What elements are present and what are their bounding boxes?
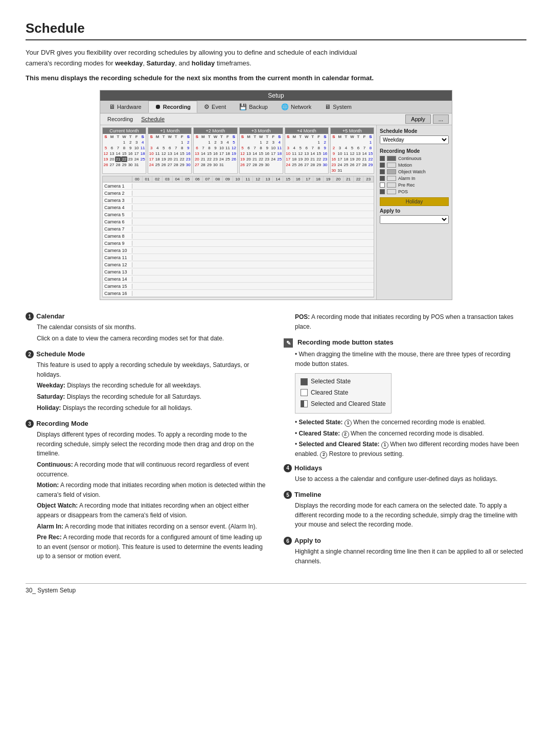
d-5[interactable]: 2 <box>127 140 133 145</box>
camera-row-9[interactable]: Camera 9 <box>103 240 374 247</box>
camera-row-3[interactable]: Camera 3 <box>103 197 374 204</box>
d-2[interactable] <box>109 140 115 145</box>
apply-button[interactable]: Apply <box>405 114 431 124</box>
camera-row-8[interactable]: Camera 8 <box>103 233 374 240</box>
d-35[interactable] <box>140 162 146 168</box>
camera-5-timeline[interactable] <box>132 211 374 218</box>
d-10[interactable]: 7 <box>115 145 121 151</box>
camera-row-15[interactable]: Camera 15 <box>103 283 374 290</box>
camera-3-timeline[interactable] <box>132 197 374 203</box>
camera-2-timeline[interactable] <box>132 190 374 196</box>
object-watch-checkbox[interactable] <box>380 169 385 174</box>
d-21[interactable]: 18 <box>140 151 146 156</box>
camera-16-timeline[interactable] <box>132 290 374 296</box>
hour-08: 08 <box>213 176 223 182</box>
d-34[interactable]: 31 <box>133 162 140 168</box>
camera-13-timeline[interactable] <box>132 268 374 275</box>
d-29[interactable]: 26 <box>103 162 109 168</box>
camera-row-6[interactable]: Camera 6 <box>103 218 374 225</box>
motion-checkbox[interactable] <box>380 163 385 168</box>
d-28[interactable]: 25 <box>140 156 146 162</box>
camera-14-timeline[interactable] <box>132 276 374 282</box>
d-22[interactable]: 19 <box>103 156 109 162</box>
camera-row-2[interactable]: Camera 2 <box>103 190 374 197</box>
camera-12-timeline[interactable] <box>132 261 374 268</box>
d-25-selected[interactable]: 22 <box>121 156 127 162</box>
apply-to-select[interactable]: All Channels Selected Channel <box>380 215 449 224</box>
tab-recording[interactable]: ⏺ Recording <box>148 101 197 113</box>
camera-1-timeline[interactable] <box>132 182 374 189</box>
camera-6-timeline[interactable] <box>132 218 374 225</box>
d-1[interactable] <box>103 140 109 145</box>
d-27[interactable]: 24 <box>133 156 140 162</box>
calendar-6[interactable]: +5 Month SMTWTFS 1 2345678 9101112131415… <box>330 127 374 174</box>
camera-row-10[interactable]: Camera 10 <box>103 247 374 254</box>
d-15[interactable]: 12 <box>103 151 109 156</box>
pos-checkbox[interactable] <box>380 189 385 194</box>
d-18[interactable]: 15 <box>121 151 127 156</box>
calendar-1[interactable]: Current Month S M T W T F S 1234 5678910… <box>102 127 146 174</box>
recording-mode-heading: 3 Recording Mode <box>26 420 268 428</box>
d-20[interactable]: 17 <box>133 151 140 156</box>
holiday-button[interactable]: Holiday <box>380 197 449 206</box>
camera-row-12[interactable]: Camera 12 <box>103 261 374 268</box>
d-3[interactable] <box>115 140 121 145</box>
d-24-selected[interactable]: 21 <box>115 156 121 162</box>
calendar-5[interactable]: +4 Month SMTWTFS 12 3456789 101112131415… <box>285 127 329 174</box>
camera-row-11[interactable]: Camera 11 <box>103 254 374 261</box>
tab-hardware[interactable]: 🖥 Hardware <box>102 101 148 113</box>
rec-states-title: Recording mode button states <box>297 338 394 346</box>
d-23[interactable]: 20 <box>109 156 115 162</box>
d-33[interactable]: 30 <box>127 162 133 168</box>
d-17[interactable]: 14 <box>115 151 121 156</box>
camera-15-timeline[interactable] <box>132 283 374 289</box>
schedule-mode-select[interactable]: Weekday Saturday Holiday <box>380 135 449 144</box>
right-column: POS: A recording mode that initiates rec… <box>284 312 526 573</box>
camera-8-timeline[interactable] <box>132 233 374 239</box>
camera-row-1[interactable]: Camera 1 <box>103 182 374 190</box>
d-6[interactable]: 3 <box>133 140 140 145</box>
d-14[interactable]: 11 <box>140 145 146 151</box>
d-19[interactable]: 16 <box>127 151 133 156</box>
continuous-checkbox[interactable] <box>380 156 385 161</box>
d-7[interactable]: 4 <box>140 140 146 145</box>
camera-10-timeline[interactable] <box>132 247 374 254</box>
calendar-3[interactable]: +2 Month SMTWTFS 12345 6789101112 131415… <box>193 127 237 174</box>
camera-row-4[interactable]: Camera 4 <box>103 204 374 211</box>
camera-row-13[interactable]: Camera 13 <box>103 268 374 276</box>
d-16[interactable]: 13 <box>109 151 115 156</box>
sub-tab-recording[interactable]: Recording <box>103 115 137 123</box>
camera-9-timeline[interactable] <box>132 240 374 246</box>
d-32[interactable]: 29 <box>121 162 127 168</box>
d-12[interactable]: 9 <box>127 145 133 151</box>
schedule-mode-desc: This feature is used to apply a recordin… <box>37 360 268 379</box>
camera-4-timeline[interactable] <box>132 204 374 211</box>
calendar-4[interactable]: +3 Month SMTWTFS 1234 567891011 12131415… <box>239 127 283 174</box>
alarm-in-checkbox[interactable] <box>380 176 385 181</box>
camera-row-16[interactable]: Camera 16 <box>103 290 374 297</box>
d-31[interactable]: 28 <box>115 162 121 168</box>
d-30[interactable]: 27 <box>109 162 115 168</box>
camera-11-timeline[interactable] <box>132 254 374 261</box>
pre-rec-checkbox[interactable] <box>380 182 385 188</box>
tab-network[interactable]: 🌐 Network <box>274 101 318 113</box>
schedule-mode-sec-title: Schedule Mode <box>36 350 85 358</box>
camera-7-timeline[interactable] <box>132 225 374 232</box>
d-8[interactable]: 5 <box>103 145 109 151</box>
calendar-2[interactable]: +1 Month SMTWTFS 12 3456789 101112131415… <box>148 127 192 174</box>
camera-row-14[interactable]: Camera 14 <box>103 276 374 283</box>
d-9[interactable]: 6 <box>109 145 115 151</box>
camera-row-7[interactable]: Camera 7 <box>103 225 374 233</box>
tab-event[interactable]: ⚙ Event <box>197 101 233 113</box>
d-4[interactable]: 1 <box>121 140 127 145</box>
camera-14-label: Camera 14 <box>103 277 132 282</box>
camera-row-5[interactable]: Camera 5 <box>103 211 374 218</box>
d-13[interactable]: 10 <box>133 145 140 151</box>
tab-system[interactable]: 🖥 System <box>318 101 358 113</box>
d-11[interactable]: 8 <box>121 145 127 151</box>
extra-button[interactable]: ... <box>433 114 449 124</box>
sub-tab-schedule[interactable]: Schedule <box>137 115 169 123</box>
d-26[interactable]: 23 <box>127 156 133 162</box>
tab-backup[interactable]: 💾 Backup <box>233 101 274 113</box>
timeline-heading: 5 Timeline <box>284 491 526 499</box>
